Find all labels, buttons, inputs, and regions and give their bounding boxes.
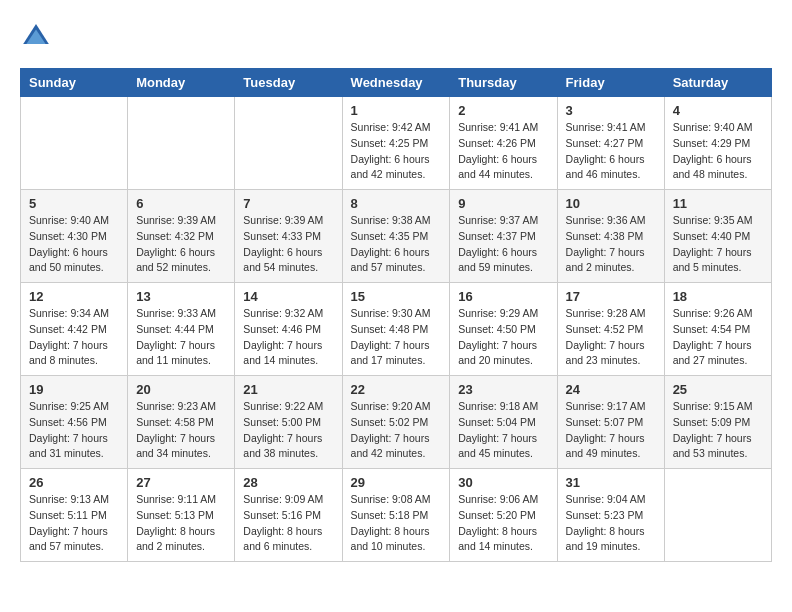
day-number: 20 [136, 382, 226, 397]
day-info: Sunrise: 9:15 AM Sunset: 5:09 PM Dayligh… [673, 399, 763, 462]
weekday-header-wednesday: Wednesday [342, 69, 450, 97]
weekday-header-saturday: Saturday [664, 69, 771, 97]
day-info: Sunrise: 9:23 AM Sunset: 4:58 PM Dayligh… [136, 399, 226, 462]
weekday-header-row: SundayMondayTuesdayWednesdayThursdayFrid… [21, 69, 772, 97]
day-number: 26 [29, 475, 119, 490]
calendar-cell: 15Sunrise: 9:30 AM Sunset: 4:48 PM Dayli… [342, 283, 450, 376]
day-number: 10 [566, 196, 656, 211]
weekday-header-monday: Monday [128, 69, 235, 97]
day-number: 1 [351, 103, 442, 118]
calendar-cell: 3Sunrise: 9:41 AM Sunset: 4:27 PM Daylig… [557, 97, 664, 190]
calendar-cell: 23Sunrise: 9:18 AM Sunset: 5:04 PM Dayli… [450, 376, 557, 469]
day-info: Sunrise: 9:37 AM Sunset: 4:37 PM Dayligh… [458, 213, 548, 276]
day-number: 4 [673, 103, 763, 118]
logo [20, 20, 56, 52]
calendar-cell [128, 97, 235, 190]
week-row-5: 26Sunrise: 9:13 AM Sunset: 5:11 PM Dayli… [21, 469, 772, 562]
week-row-1: 1Sunrise: 9:42 AM Sunset: 4:25 PM Daylig… [21, 97, 772, 190]
weekday-header-tuesday: Tuesday [235, 69, 342, 97]
day-number: 11 [673, 196, 763, 211]
day-info: Sunrise: 9:29 AM Sunset: 4:50 PM Dayligh… [458, 306, 548, 369]
calendar-cell: 13Sunrise: 9:33 AM Sunset: 4:44 PM Dayli… [128, 283, 235, 376]
day-info: Sunrise: 9:08 AM Sunset: 5:18 PM Dayligh… [351, 492, 442, 555]
calendar-cell: 10Sunrise: 9:36 AM Sunset: 4:38 PM Dayli… [557, 190, 664, 283]
day-info: Sunrise: 9:11 AM Sunset: 5:13 PM Dayligh… [136, 492, 226, 555]
page-header [20, 20, 772, 52]
day-number: 18 [673, 289, 763, 304]
day-number: 19 [29, 382, 119, 397]
calendar-cell: 21Sunrise: 9:22 AM Sunset: 5:00 PM Dayli… [235, 376, 342, 469]
day-info: Sunrise: 9:41 AM Sunset: 4:26 PM Dayligh… [458, 120, 548, 183]
day-number: 27 [136, 475, 226, 490]
day-number: 17 [566, 289, 656, 304]
calendar-cell: 20Sunrise: 9:23 AM Sunset: 4:58 PM Dayli… [128, 376, 235, 469]
day-info: Sunrise: 9:40 AM Sunset: 4:30 PM Dayligh… [29, 213, 119, 276]
calendar-cell: 26Sunrise: 9:13 AM Sunset: 5:11 PM Dayli… [21, 469, 128, 562]
day-info: Sunrise: 9:30 AM Sunset: 4:48 PM Dayligh… [351, 306, 442, 369]
calendar-cell: 7Sunrise: 9:39 AM Sunset: 4:33 PM Daylig… [235, 190, 342, 283]
day-info: Sunrise: 9:39 AM Sunset: 4:32 PM Dayligh… [136, 213, 226, 276]
calendar-cell: 31Sunrise: 9:04 AM Sunset: 5:23 PM Dayli… [557, 469, 664, 562]
calendar-cell [664, 469, 771, 562]
day-info: Sunrise: 9:36 AM Sunset: 4:38 PM Dayligh… [566, 213, 656, 276]
weekday-header-friday: Friday [557, 69, 664, 97]
day-number: 30 [458, 475, 548, 490]
day-number: 14 [243, 289, 333, 304]
day-info: Sunrise: 9:34 AM Sunset: 4:42 PM Dayligh… [29, 306, 119, 369]
day-info: Sunrise: 9:06 AM Sunset: 5:20 PM Dayligh… [458, 492, 548, 555]
day-number: 24 [566, 382, 656, 397]
logo-icon [20, 20, 52, 52]
day-info: Sunrise: 9:38 AM Sunset: 4:35 PM Dayligh… [351, 213, 442, 276]
day-info: Sunrise: 9:35 AM Sunset: 4:40 PM Dayligh… [673, 213, 763, 276]
day-info: Sunrise: 9:13 AM Sunset: 5:11 PM Dayligh… [29, 492, 119, 555]
day-number: 5 [29, 196, 119, 211]
day-info: Sunrise: 9:39 AM Sunset: 4:33 PM Dayligh… [243, 213, 333, 276]
calendar-cell: 5Sunrise: 9:40 AM Sunset: 4:30 PM Daylig… [21, 190, 128, 283]
day-info: Sunrise: 9:25 AM Sunset: 4:56 PM Dayligh… [29, 399, 119, 462]
weekday-header-sunday: Sunday [21, 69, 128, 97]
calendar-cell [235, 97, 342, 190]
calendar-cell: 30Sunrise: 9:06 AM Sunset: 5:20 PM Dayli… [450, 469, 557, 562]
calendar-cell: 18Sunrise: 9:26 AM Sunset: 4:54 PM Dayli… [664, 283, 771, 376]
day-info: Sunrise: 9:17 AM Sunset: 5:07 PM Dayligh… [566, 399, 656, 462]
calendar-cell: 28Sunrise: 9:09 AM Sunset: 5:16 PM Dayli… [235, 469, 342, 562]
calendar-cell: 25Sunrise: 9:15 AM Sunset: 5:09 PM Dayli… [664, 376, 771, 469]
calendar-cell: 16Sunrise: 9:29 AM Sunset: 4:50 PM Dayli… [450, 283, 557, 376]
day-number: 29 [351, 475, 442, 490]
calendar-cell [21, 97, 128, 190]
day-info: Sunrise: 9:09 AM Sunset: 5:16 PM Dayligh… [243, 492, 333, 555]
calendar-cell: 24Sunrise: 9:17 AM Sunset: 5:07 PM Dayli… [557, 376, 664, 469]
calendar-cell: 14Sunrise: 9:32 AM Sunset: 4:46 PM Dayli… [235, 283, 342, 376]
calendar-cell: 4Sunrise: 9:40 AM Sunset: 4:29 PM Daylig… [664, 97, 771, 190]
day-info: Sunrise: 9:40 AM Sunset: 4:29 PM Dayligh… [673, 120, 763, 183]
calendar-cell: 6Sunrise: 9:39 AM Sunset: 4:32 PM Daylig… [128, 190, 235, 283]
day-number: 7 [243, 196, 333, 211]
day-number: 16 [458, 289, 548, 304]
calendar-cell: 22Sunrise: 9:20 AM Sunset: 5:02 PM Dayli… [342, 376, 450, 469]
day-number: 2 [458, 103, 548, 118]
day-number: 8 [351, 196, 442, 211]
calendar-cell: 2Sunrise: 9:41 AM Sunset: 4:26 PM Daylig… [450, 97, 557, 190]
calendar-cell: 8Sunrise: 9:38 AM Sunset: 4:35 PM Daylig… [342, 190, 450, 283]
day-number: 13 [136, 289, 226, 304]
day-number: 22 [351, 382, 442, 397]
day-info: Sunrise: 9:26 AM Sunset: 4:54 PM Dayligh… [673, 306, 763, 369]
calendar-cell: 12Sunrise: 9:34 AM Sunset: 4:42 PM Dayli… [21, 283, 128, 376]
day-info: Sunrise: 9:42 AM Sunset: 4:25 PM Dayligh… [351, 120, 442, 183]
calendar-cell: 11Sunrise: 9:35 AM Sunset: 4:40 PM Dayli… [664, 190, 771, 283]
day-number: 3 [566, 103, 656, 118]
calendar-cell: 9Sunrise: 9:37 AM Sunset: 4:37 PM Daylig… [450, 190, 557, 283]
calendar-cell: 29Sunrise: 9:08 AM Sunset: 5:18 PM Dayli… [342, 469, 450, 562]
calendar-cell: 19Sunrise: 9:25 AM Sunset: 4:56 PM Dayli… [21, 376, 128, 469]
day-number: 28 [243, 475, 333, 490]
day-number: 31 [566, 475, 656, 490]
day-info: Sunrise: 9:28 AM Sunset: 4:52 PM Dayligh… [566, 306, 656, 369]
day-number: 25 [673, 382, 763, 397]
day-info: Sunrise: 9:32 AM Sunset: 4:46 PM Dayligh… [243, 306, 333, 369]
weekday-header-thursday: Thursday [450, 69, 557, 97]
day-number: 9 [458, 196, 548, 211]
day-number: 21 [243, 382, 333, 397]
day-number: 12 [29, 289, 119, 304]
calendar-cell: 1Sunrise: 9:42 AM Sunset: 4:25 PM Daylig… [342, 97, 450, 190]
day-info: Sunrise: 9:04 AM Sunset: 5:23 PM Dayligh… [566, 492, 656, 555]
